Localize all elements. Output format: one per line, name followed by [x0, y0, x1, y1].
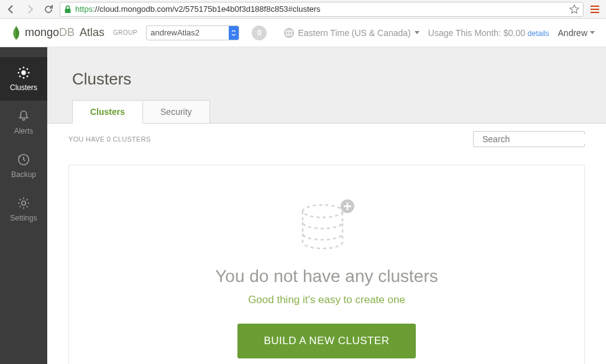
reload-button[interactable]	[41, 2, 56, 17]
database-stack-icon	[293, 196, 361, 254]
address-bar[interactable]: https://cloud.mongodb.com/v2/575175b1e4b…	[60, 2, 584, 17]
reload-icon	[44, 4, 53, 14]
url-text: https://cloud.mongodb.com/v2/575175b1e4b…	[75, 4, 566, 14]
usage-details-link[interactable]: details	[528, 29, 549, 38]
sidebar-item-backup[interactable]: Backup	[0, 144, 47, 188]
globe-icon	[284, 28, 294, 38]
svg-point-7	[19, 68, 21, 70]
svg-point-6	[28, 72, 30, 74]
page-title: Clusters	[47, 47, 606, 100]
svg-point-5	[17, 72, 19, 74]
user-name: Andrew	[558, 28, 587, 38]
svg-point-14	[303, 205, 342, 217]
browser-menu-button[interactable]	[587, 2, 602, 17]
sidebar-item-clusters[interactable]: Clusters	[0, 57, 47, 101]
gear-icon	[17, 196, 30, 210]
bookmark-star-icon[interactable]	[569, 4, 579, 14]
select-caret-icon	[229, 26, 239, 40]
svg-point-2	[21, 70, 25, 75]
atlas-label: Atlas	[80, 26, 104, 39]
svg-point-4	[23, 77, 25, 79]
svg-point-12	[22, 201, 25, 205]
logo[interactable]: mongoDB Atlas	[11, 26, 104, 40]
sidebar-item-label: Alerts	[14, 127, 34, 135]
user-menu[interactable]: Andrew	[558, 28, 595, 38]
main-content: Clusters Clusters Security YOU HAVE 0 CL…	[47, 47, 606, 364]
sidebar-item-settings[interactable]: Settings	[0, 188, 47, 231]
app-header: mongoDB Atlas GROUP andrewAtlas2 0 Easte…	[0, 19, 606, 47]
chevron-down-icon	[415, 31, 420, 34]
sidebar-item-alerts[interactable]: Alerts	[0, 101, 47, 144]
search-box[interactable]	[473, 131, 585, 147]
browser-toolbar: https://cloud.mongodb.com/v2/575175b1e4b…	[0, 0, 606, 19]
hamburger-icon	[590, 5, 600, 14]
sidebar: Clusters Alerts Backup Settings	[0, 47, 47, 364]
timezone-label: Eastern Time (US & Canada)	[298, 28, 410, 38]
group-label: GROUP	[113, 29, 137, 36]
usage-text: Usage This Month: $0.00 details	[428, 28, 549, 38]
timezone-selector[interactable]: Eastern Time (US & Canada)	[284, 28, 419, 38]
tab-security[interactable]: Security	[143, 100, 210, 124]
sidebar-item-label: Settings	[10, 214, 37, 222]
tab-clusters[interactable]: Clusters	[72, 100, 143, 124]
group-select[interactable]: andrewAtlas2	[146, 25, 239, 40]
notification-badge[interactable]: 0	[252, 25, 267, 40]
arrow-right-icon	[25, 4, 35, 14]
clusters-icon	[17, 66, 30, 80]
svg-point-3	[23, 66, 25, 68]
sidebar-item-label: Clusters	[10, 83, 37, 92]
svg-point-9	[19, 76, 21, 78]
back-button[interactable]	[4, 2, 19, 17]
mongodb-leaf-icon	[11, 26, 21, 40]
tab-bar: Clusters Security	[47, 100, 606, 124]
sidebar-item-label: Backup	[11, 170, 36, 179]
svg-point-8	[27, 68, 29, 70]
empty-state-subtitle: Good thing it's easy to create one	[88, 294, 566, 306]
build-cluster-button[interactable]: BUILD A NEW CLUSTER	[237, 324, 415, 358]
arrow-left-icon	[6, 4, 16, 14]
svg-point-10	[27, 76, 29, 78]
group-selected-value: andrewAtlas2	[150, 28, 200, 37]
chevron-down-icon	[590, 31, 595, 34]
logo-text: mongoDB	[25, 26, 75, 39]
bell-icon	[17, 109, 30, 123]
clusters-count-label: YOU HAVE 0 CLUSTERS	[68, 135, 151, 143]
backup-icon	[17, 153, 30, 166]
search-input[interactable]	[482, 134, 591, 144]
tab-content: YOU HAVE 0 CLUSTERS	[47, 123, 606, 364]
empty-state: You do not have any clusters Good thing …	[68, 165, 585, 364]
forward-button[interactable]	[22, 2, 37, 17]
lock-icon	[64, 5, 71, 14]
svg-rect-0	[65, 9, 71, 13]
empty-state-title: You do not have any clusters	[88, 266, 566, 286]
